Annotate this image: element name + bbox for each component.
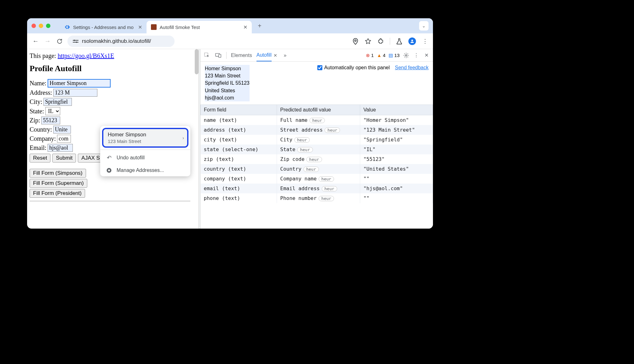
- svg-point-11: [108, 169, 110, 171]
- more-tabs-icon[interactable]: »: [282, 52, 289, 59]
- close-window-button[interactable]: [32, 24, 36, 28]
- svg-point-4: [355, 40, 356, 41]
- tab-settings[interactable]: Settings - Addresses and mo ✕: [60, 21, 147, 33]
- cell-value: "55123": [360, 154, 433, 164]
- devtools-settings-icon[interactable]: [403, 52, 410, 59]
- chrome-menu-icon[interactable]: ⋮: [422, 38, 429, 45]
- cell-predicted: Company nameheur: [277, 174, 360, 184]
- country-label: Country:: [30, 126, 52, 133]
- table-row[interactable]: zip (text)Zip codeheur"55123": [201, 154, 433, 164]
- warning-icon[interactable]: ▲: [377, 53, 382, 58]
- fill-simpsons-button[interactable]: Fill Form (Simpsons): [30, 169, 86, 178]
- cell-value: "": [360, 193, 433, 203]
- email-input[interactable]: [48, 144, 73, 152]
- zip-input[interactable]: [41, 117, 60, 124]
- thispage-label: This page:: [30, 52, 58, 59]
- table-row[interactable]: email (text)Email addressheur"hjs@aol.co…: [201, 184, 433, 193]
- toolbar-divider: [226, 52, 227, 59]
- table-row[interactable]: address (text)Street addressheur"123 Mai…: [201, 125, 433, 135]
- table-row[interactable]: phone (text)Phone numberheur"": [201, 193, 433, 203]
- company-label: Company:: [30, 135, 56, 142]
- close-tab-icon[interactable]: ✕: [243, 24, 247, 30]
- thispage-link[interactable]: https://goo.gl/B6Xs1E: [58, 52, 114, 59]
- col-predicted[interactable]: Predicted autofill value: [277, 105, 360, 115]
- heur-badge: heur: [319, 176, 334, 182]
- table-row[interactable]: city (text)Cityheur"Springfield": [201, 135, 433, 145]
- extensions-icon[interactable]: [377, 38, 384, 45]
- device-toggle-icon[interactable]: [215, 52, 222, 59]
- cell-value: "Springfield": [360, 135, 433, 145]
- gear-icon: [64, 24, 70, 30]
- manage-addresses-item[interactable]: Manage Addresses...: [100, 164, 190, 176]
- messages-icon[interactable]: ▤: [389, 53, 393, 58]
- minimize-window-button[interactable]: [39, 24, 43, 28]
- close-tab-icon[interactable]: ✕: [138, 24, 142, 30]
- error-count: 1: [371, 53, 374, 58]
- close-panel-icon[interactable]: ✕: [274, 53, 277, 58]
- name-input[interactable]: [48, 79, 111, 88]
- reload-button[interactable]: [55, 37, 64, 45]
- bookmark-star-icon[interactable]: [365, 38, 372, 45]
- content-area: This page: https://goo.gl/B6Xs1E Profile…: [27, 49, 433, 229]
- name-label: Name:: [30, 80, 46, 87]
- browser-window: Settings - Addresses and mo ✕ Autofill S…: [27, 18, 433, 229]
- cell-field: city (text): [201, 135, 277, 145]
- city-input[interactable]: [43, 98, 72, 106]
- tabs-dropdown-button[interactable]: ⌄: [419, 21, 429, 31]
- cell-value: "123 Main Street": [360, 125, 433, 135]
- page-favicon: [151, 24, 157, 30]
- error-icon[interactable]: ⊗: [366, 53, 370, 58]
- company-input[interactable]: [57, 135, 71, 143]
- submit-button[interactable]: Submit: [52, 154, 76, 162]
- fill-president-button[interactable]: Fill Form (President): [30, 189, 85, 198]
- auto-open-label: Automatically open this panel: [324, 65, 390, 71]
- table-row[interactable]: name (text)Full nameheur"Homer Simpson": [201, 115, 433, 125]
- send-feedback-link[interactable]: Send feedback: [395, 65, 429, 71]
- cell-field: address (text): [201, 125, 277, 135]
- svg-point-9: [406, 54, 407, 56]
- autofill-table: Form field Predicted autofill value Valu…: [200, 105, 433, 203]
- vertical-scrollbar[interactable]: [195, 49, 199, 74]
- table-row[interactable]: company (text)Company nameheur"": [201, 174, 433, 184]
- back-button[interactable]: ←: [32, 37, 40, 45]
- table-row[interactable]: state (select-one)Stateheur"IL": [201, 145, 433, 154]
- suggestion-name: Homer Simpson: [108, 132, 183, 138]
- state-select[interactable]: IL: [45, 107, 60, 115]
- autofill-popup: Homer Simpson 123 Main Street › ↶ Undo a…: [100, 126, 190, 176]
- horizontal-rule: [30, 201, 190, 201]
- undo-autofill-item[interactable]: ↶ Undo autofill: [100, 151, 190, 164]
- suggestion-address: 123 Main Street: [108, 139, 183, 144]
- email-label: Email:: [30, 144, 46, 151]
- devtools-menu-icon[interactable]: ⋮: [413, 52, 420, 59]
- col-form-field[interactable]: Form field: [201, 105, 277, 115]
- site-settings-icon[interactable]: [72, 38, 79, 44]
- manage-label: Manage Addresses...: [117, 168, 164, 173]
- autofill-suggestion[interactable]: Homer Simpson 123 Main Street ›: [102, 128, 188, 148]
- cell-field: state (select-one): [201, 145, 277, 154]
- fill-superman-button[interactable]: Fill Form (Superman): [30, 179, 87, 188]
- new-tab-button[interactable]: +: [255, 21, 264, 31]
- profile-avatar[interactable]: [408, 37, 416, 45]
- country-input[interactable]: [53, 126, 71, 134]
- cell-field: company (text): [201, 174, 277, 184]
- forward-button[interactable]: →: [43, 37, 52, 45]
- devtools-tab-autofill[interactable]: Autofill: [256, 49, 272, 61]
- page-heading: Profile Autofill: [30, 64, 196, 73]
- devtools-tab-elements[interactable]: Elements: [231, 50, 252, 61]
- labs-flask-icon[interactable]: [396, 38, 403, 45]
- table-row[interactable]: country (text)Countryheur"United States": [201, 164, 433, 174]
- cell-predicted: Zip codeheur: [277, 154, 360, 164]
- inspect-element-icon[interactable]: [204, 52, 210, 59]
- address-input[interactable]: [53, 89, 97, 97]
- col-value[interactable]: Value: [360, 105, 433, 115]
- zip-label: Zip:: [30, 117, 40, 124]
- heur-badge: heur: [306, 157, 322, 162]
- devtools-close-icon[interactable]: ✕: [423, 52, 430, 59]
- tab-autofill-test[interactable]: Autofill Smoke Test ✕: [147, 21, 252, 33]
- location-icon[interactable]: [352, 38, 359, 45]
- reset-button[interactable]: Reset: [30, 154, 50, 162]
- maximize-window-button[interactable]: [46, 24, 50, 28]
- auto-open-checkbox[interactable]: [317, 65, 322, 70]
- address-bar[interactable]: rsolomakhin.github.io/autofill/: [67, 36, 175, 47]
- city-label: City:: [30, 98, 42, 105]
